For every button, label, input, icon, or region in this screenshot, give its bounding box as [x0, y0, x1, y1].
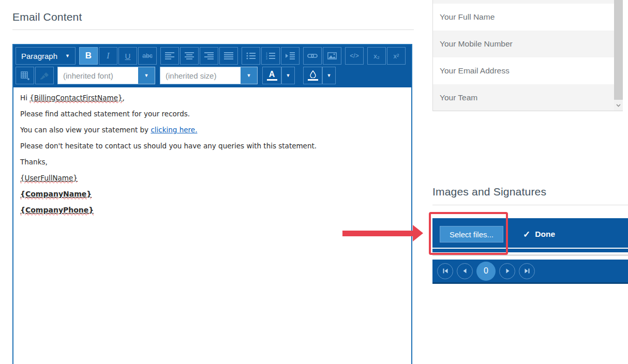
merge-field-company-name: {CompanyName} — [20, 190, 92, 198]
image-icon — [327, 52, 337, 59]
bullet-list-icon — [246, 52, 256, 59]
greeting-line: Hi {BillingContactFirstName}, — [20, 93, 405, 102]
bullet-list-button[interactable] — [242, 47, 260, 65]
subscript-button[interactable]: x₂ — [367, 47, 386, 65]
clicking-here-link[interactable]: clicking here. — [151, 126, 197, 134]
brush-icon — [40, 71, 49, 80]
insert-image-button[interactable] — [323, 47, 341, 65]
insert-table-button[interactable] — [16, 67, 34, 84]
highlight-rectangle — [429, 212, 508, 255]
first-page-icon — [442, 267, 449, 275]
text-color-split-button: A ▼ — [262, 67, 295, 84]
list-group: 123 — [242, 47, 300, 65]
view-html-button[interactable]: </> — [345, 47, 364, 65]
highlight-color-swatch — [308, 79, 318, 81]
paragraph-style-dropdown[interactable]: Paragraph ▼ — [16, 47, 76, 65]
merge-field-company-phone: {CompanyPhone} — [20, 206, 94, 214]
toolbar-row-2: (inherited font) ▼ (inherited size) ▼ A … — [16, 67, 409, 84]
previous-page-button[interactable] — [457, 263, 473, 279]
highlight-color-button[interactable] — [303, 67, 322, 84]
justify-button[interactable] — [219, 47, 238, 65]
format-painter-button[interactable] — [35, 67, 54, 84]
email-editor: Paragraph ▼ B I U abc — [12, 44, 412, 364]
email-content-title: Email Content — [12, 11, 82, 23]
italic-button[interactable]: I — [99, 47, 117, 65]
next-page-icon — [504, 267, 511, 275]
view-line: You can also view your statement by clic… — [20, 125, 405, 134]
table-icon — [21, 71, 29, 80]
numbered-list-button[interactable]: 123 — [261, 47, 280, 65]
next-page-button[interactable] — [499, 263, 515, 279]
merge-field-user-full-name: {UserFullName} — [20, 174, 78, 182]
highlight-color-dropdown[interactable]: ▼ — [322, 67, 336, 84]
merge-field-row-partial — [433, 0, 615, 4]
text-color-button[interactable]: A — [262, 67, 281, 84]
chevron-down-icon[interactable]: ▼ — [138, 67, 155, 84]
font-family-combo[interactable]: (inherited font) ▼ — [57, 67, 155, 84]
paragraph-style-label: Paragraph — [21, 52, 57, 60]
queries-line: Please don't hesitate to contact us shou… — [20, 141, 405, 150]
merge-field-list: Your Full Name Your Mobile Number Your E… — [432, 0, 623, 111]
insert-group — [303, 47, 341, 65]
font-size-combo[interactable]: (inherited size) ▼ — [160, 67, 258, 84]
toolbar-row-1: Paragraph ▼ B I U abc — [16, 47, 409, 65]
chevron-down-icon: ▼ — [65, 53, 70, 58]
merge-field-your-team[interactable]: Your Team — [433, 84, 615, 111]
merge-field-your-email-address[interactable]: Your Email Address — [433, 57, 615, 84]
chevron-down-icon — [616, 104, 621, 107]
done-button[interactable]: ✓ Done — [523, 226, 555, 242]
svg-text:3: 3 — [266, 57, 267, 59]
last-page-button[interactable] — [519, 263, 535, 279]
page: Email Content Paragraph ▼ B I U abc — [0, 0, 628, 364]
attached-line: Please find attached statement for your … — [20, 109, 405, 118]
scrollbar-thumb[interactable] — [614, 0, 623, 100]
bold-button[interactable]: B — [79, 47, 98, 65]
chevron-down-icon: ▼ — [327, 73, 332, 78]
signature-user-line: {UserFullName} — [20, 173, 405, 183]
format-group: B I U abc — [79, 47, 157, 65]
align-group — [160, 47, 238, 65]
signature-phone-line: {CompanyPhone} — [20, 205, 405, 215]
pagination-bar: 0 — [432, 260, 628, 284]
merge-field-your-full-name[interactable]: Your Full Name — [433, 4, 615, 31]
list-scrollbar[interactable] — [614, 0, 623, 111]
done-label: Done — [535, 230, 555, 239]
font-family-value[interactable]: (inherited font) — [58, 67, 138, 84]
align-left-icon — [165, 52, 174, 59]
images-signatures-title: Images and Signatures — [432, 186, 546, 198]
justify-icon — [224, 52, 233, 59]
scroll-down-button[interactable] — [614, 100, 623, 111]
align-center-icon — [185, 52, 194, 59]
indent-icon — [286, 52, 295, 59]
current-page-button[interactable]: 0 — [476, 262, 496, 281]
highlight-color-split-button: ▼ — [303, 67, 336, 84]
align-right-button[interactable] — [200, 47, 218, 65]
text-color-swatch — [267, 79, 277, 81]
editor-toolbar: Paragraph ▼ B I U abc — [13, 45, 411, 87]
numbered-list-icon: 123 — [266, 52, 275, 59]
email-body-editable[interactable]: Hi {BillingContactFirstName}, Please fin… — [13, 87, 411, 227]
font-size-value[interactable]: (inherited size) — [160, 67, 241, 84]
link-icon — [307, 53, 318, 59]
first-page-button[interactable] — [437, 263, 453, 279]
superscript-button[interactable]: x² — [387, 47, 406, 65]
underline-button[interactable]: U — [118, 47, 137, 65]
text-color-dropdown[interactable]: ▼ — [281, 67, 295, 84]
align-center-button[interactable] — [180, 47, 199, 65]
align-left-button[interactable] — [160, 47, 179, 65]
strikethrough-button[interactable]: abc — [138, 47, 157, 65]
text-color-label: A — [269, 71, 275, 78]
chevron-down-icon[interactable]: ▼ — [241, 67, 257, 84]
check-icon: ✓ — [523, 229, 530, 240]
pointer-arrow — [342, 231, 414, 236]
droplet-icon — [310, 70, 316, 78]
align-right-icon — [204, 52, 214, 59]
merge-field-your-mobile-number[interactable]: Your Mobile Number — [433, 31, 615, 57]
images-title-divider — [432, 205, 628, 205]
table-group — [16, 67, 54, 84]
indent-button[interactable] — [281, 47, 300, 65]
last-page-icon — [524, 267, 531, 275]
signature-company-line: {CompanyName} — [20, 189, 405, 199]
code-group: </> — [345, 47, 364, 65]
insert-link-button[interactable] — [303, 47, 322, 65]
